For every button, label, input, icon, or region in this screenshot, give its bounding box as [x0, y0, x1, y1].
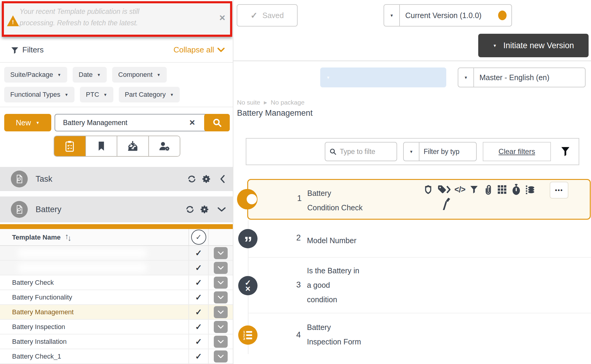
item-number: 2	[292, 233, 305, 243]
search-icon	[212, 118, 222, 128]
row-expand-button[interactable]	[214, 336, 228, 348]
gear-icon[interactable]	[200, 205, 209, 214]
yes-no-type-icon: ✓×	[238, 276, 258, 295]
table-row-blurred[interactable]: ✓	[0, 261, 233, 275]
funnel-icon[interactable]	[469, 184, 479, 195]
item-title-line: Condition Check	[307, 200, 362, 215]
table-row[interactable]: Battery Functionality ✓	[0, 290, 233, 305]
row-expand-button[interactable]	[214, 262, 228, 274]
language-dropdown[interactable]: ▼ Master - English (en)	[458, 67, 586, 87]
stopwatch-icon[interactable]	[511, 184, 521, 196]
item-feature-icons: </>	[423, 184, 535, 196]
right-panel: ✓ Saved ▼ Current Version (1.0.0) ▼ Init…	[233, 0, 591, 364]
new-button-label: New	[16, 118, 31, 127]
grid-icon[interactable]	[497, 184, 507, 195]
caret-down-icon: ▼	[384, 5, 400, 26]
table-row[interactable]: Battery Inspection ✓	[0, 320, 233, 334]
caret-down-icon: ▼	[493, 44, 497, 48]
chip-suite-package[interactable]: Suite/Package▼	[4, 67, 67, 83]
table-row-blurred[interactable]: ✓	[0, 246, 233, 261]
row-expand-button[interactable]	[214, 306, 228, 318]
search-button[interactable]	[204, 114, 230, 131]
item-title-line: Battery	[307, 320, 361, 334]
breadcrumb-suite: No suite	[237, 99, 260, 106]
initiate-new-version-button[interactable]: ▼ Initiate new Version	[478, 34, 589, 57]
user-gear-icon	[158, 140, 171, 152]
row-expand-button[interactable]	[214, 321, 228, 333]
table-row[interactable]: Battery Check_1 ✓	[0, 349, 233, 364]
clear-search-icon[interactable]: ×	[189, 117, 195, 128]
table-row[interactable]: Battery Check ✓	[0, 275, 233, 290]
tab-user-settings[interactable]	[149, 136, 180, 156]
column-template-name[interactable]: Template Name ↑↓	[12, 233, 71, 242]
filter-chips-row1: Suite/Package▼ Date▼ Component▼	[4, 67, 167, 83]
caret-down-icon: ▼	[458, 68, 474, 87]
row-expand-button[interactable]	[214, 291, 228, 303]
item-title-line: Battery	[307, 186, 362, 200]
item-4-row[interactable]: Battery Inspection Form	[307, 320, 361, 349]
chip-component[interactable]: Component▼	[112, 67, 167, 83]
item-title-line: condition	[307, 292, 359, 307]
tag-icon[interactable]	[437, 184, 450, 195]
section-task[interactable]: Task	[0, 167, 233, 191]
item-title-line: Inspection Form	[307, 334, 361, 349]
item-1-card-selected[interactable]: 1 Battery Condition Check </> •••	[247, 179, 591, 220]
new-button[interactable]: New ▼	[4, 114, 51, 131]
select-all-check[interactable]: ✓	[191, 230, 206, 245]
shield-icon[interactable]	[423, 184, 433, 195]
refresh-icon[interactable]	[185, 205, 195, 214]
caret-down-icon: ▼	[103, 93, 107, 97]
chip-functional-types[interactable]: Functional Types▼	[4, 87, 74, 102]
initiate-label: Initiate new Version	[503, 41, 574, 50]
close-icon[interactable]: ×	[219, 12, 225, 24]
version-dropdown[interactable]: ▼ Current Version (1.0.0)	[384, 4, 512, 27]
refresh-icon[interactable]	[187, 174, 197, 184]
chip-part-category[interactable]: Part Category▼	[119, 87, 180, 102]
paperclip-icon[interactable]	[483, 184, 493, 195]
clear-filters-button[interactable]: Clear filters	[483, 142, 551, 161]
chip-date[interactable]: Date▼	[73, 67, 107, 83]
notification-banner: ! Your recent Template publication is st…	[2, 1, 232, 37]
template-name: Battery Inspection	[12, 320, 65, 334]
chevron-down-icon[interactable]	[217, 206, 226, 213]
item-number: 4	[292, 330, 305, 340]
table-row[interactable]: Battery Installation ✓	[0, 334, 233, 349]
bookmark-icon	[97, 141, 106, 152]
item-title-line: Model Number	[307, 233, 356, 248]
row-expand-button[interactable]	[214, 350, 228, 362]
filter-by-type-dropdown[interactable]: ▼ Filter by typ	[403, 142, 477, 161]
collapse-all-link[interactable]: Collapse all	[174, 45, 225, 55]
filter-funnel-icon[interactable]	[559, 146, 571, 158]
gear-icon[interactable]	[201, 174, 211, 184]
filter-by-type-label: Filter by typ	[419, 143, 460, 161]
more-actions-button[interactable]: •••	[550, 182, 568, 199]
tab-bookmarks[interactable]	[86, 136, 118, 156]
left-panel: ! Your recent Template publication is st…	[0, 0, 233, 364]
filters-title: Filters	[22, 45, 44, 55]
chip-ptc[interactable]: PTC▼	[80, 87, 113, 102]
item-separator	[248, 257, 591, 258]
breadcrumb-package: No package	[271, 99, 305, 106]
row-expand-button[interactable]	[214, 247, 228, 259]
clear-filters-label: Clear filters	[498, 147, 535, 156]
template-search-input[interactable]	[55, 114, 230, 131]
table-row-selected[interactable]: Battery Management ✓	[0, 305, 233, 320]
template-name: Battery Functionality	[12, 290, 72, 304]
signature-pen-icon[interactable]	[439, 197, 451, 211]
chevron-left-icon[interactable]	[219, 174, 226, 184]
sort-icon[interactable]: ↑↓	[65, 233, 71, 242]
code-icon[interactable]: </>	[454, 185, 465, 194]
template-name-header-label: Template Name	[12, 234, 61, 241]
coins-stack-icon[interactable]	[525, 184, 535, 195]
caret-down-icon: ▼	[404, 143, 419, 161]
type-to-filter-input[interactable]	[340, 148, 391, 156]
collapse-all-label: Collapse all	[174, 45, 214, 55]
section-battery[interactable]: Battery	[0, 196, 233, 222]
banner-line1: Your recent Template publication is stil…	[20, 6, 207, 17]
tab-templates[interactable]	[54, 136, 86, 156]
item-filter-search[interactable]	[325, 142, 397, 161]
row-expand-button[interactable]	[214, 277, 228, 289]
item-2-row[interactable]: Model Number	[307, 233, 356, 248]
item-3-row[interactable]: Is the Battery in a good condition	[307, 263, 359, 307]
tab-archive[interactable]	[117, 136, 149, 156]
